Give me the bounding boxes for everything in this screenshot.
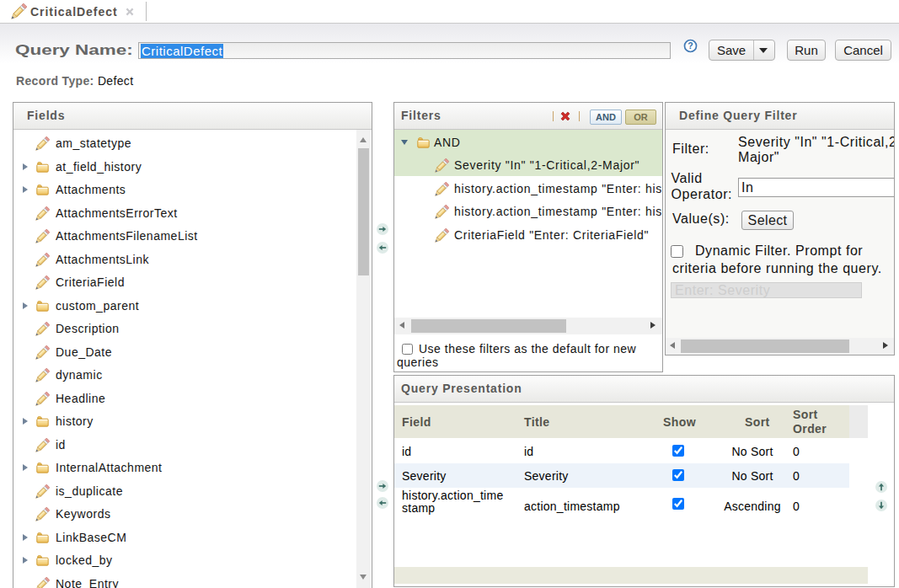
svg-text:?: ? (688, 40, 693, 51)
